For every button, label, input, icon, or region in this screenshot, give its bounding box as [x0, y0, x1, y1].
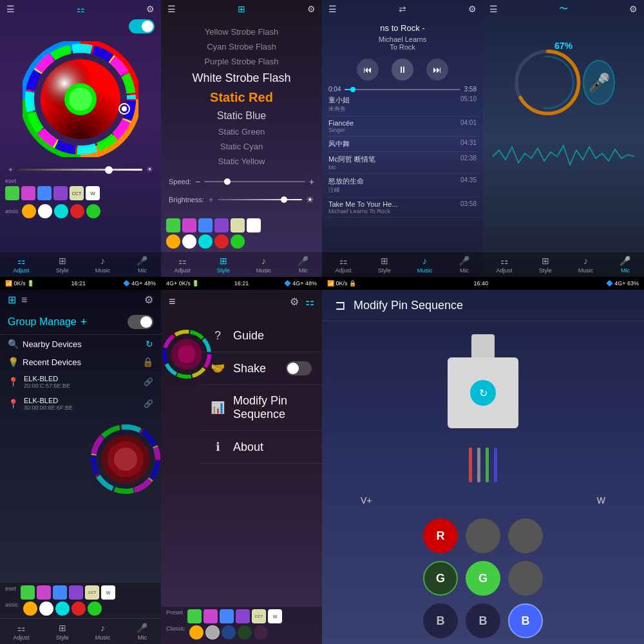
- list-item[interactable]: 童小姐 米寿鱼 05:10: [327, 93, 478, 117]
- brightness-slider-2[interactable]: [218, 199, 302, 200]
- add-group-button[interactable]: +: [80, 316, 88, 329]
- swatch-purple[interactable]: [21, 186, 35, 200]
- swatch-b-purple[interactable]: [182, 218, 196, 232]
- menu-about[interactable]: ℹ About: [200, 431, 322, 464]
- dot-white[interactable]: [38, 204, 52, 218]
- swatch-violet[interactable]: [53, 186, 68, 200]
- swatch-5-violet[interactable]: [69, 585, 83, 600]
- pin-G-active[interactable]: G: [466, 561, 500, 596]
- swatch-5-white[interactable]: W: [101, 585, 115, 600]
- dot-6-darkpurple[interactable]: [254, 625, 268, 639]
- swatch-b-green[interactable]: [166, 218, 180, 232]
- swatch-5-purple[interactable]: [37, 585, 51, 600]
- equalizer-icon[interactable]: ⚏: [77, 4, 85, 14]
- settings-icon-3[interactable]: ⚙: [468, 4, 477, 14]
- menu-icon-2[interactable]: ☰: [167, 4, 176, 14]
- dot-5-cyan[interactable]: [55, 601, 70, 616]
- pin-B-2[interactable]: B: [466, 603, 500, 638]
- next-btn[interactable]: ⏭: [426, 59, 448, 80]
- swatch-b-violet[interactable]: [214, 218, 229, 232]
- pin-empty-3[interactable]: [508, 561, 543, 596]
- dot-cyan[interactable]: [54, 204, 68, 218]
- dot-green[interactable]: [86, 204, 100, 218]
- list-item[interactable]: Take Me To Your He... Michael Learns To …: [327, 198, 478, 218]
- dot-b-white[interactable]: [182, 234, 196, 249]
- nav-adjust-1[interactable]: ⚏ Adjust: [14, 256, 30, 274]
- dot-6-darkgreen[interactable]: [238, 625, 252, 639]
- effect-static-green[interactable]: Static Green: [174, 124, 309, 139]
- nav-music-2[interactable]: ♪ Music: [256, 256, 272, 274]
- nav-adjust-2[interactable]: ⚏ Adjust: [175, 256, 191, 274]
- nav-adjust-5[interactable]: ⚏ Adjust: [14, 623, 30, 641]
- list-item[interactable]: 风中舞 04:31: [327, 137, 478, 152]
- dot-5-orange[interactable]: [23, 601, 37, 616]
- swatch-5-cct[interactable]: CCT: [85, 585, 99, 600]
- dot-b-red[interactable]: [214, 234, 229, 249]
- nav-style-2[interactable]: ⊞ Style: [217, 256, 230, 274]
- shuffle-icon[interactable]: ⇄: [399, 4, 406, 14]
- nav-music-4[interactable]: ♪ Music: [578, 256, 594, 274]
- nav-style-4[interactable]: ⊞ Style: [539, 256, 552, 274]
- menu-icon-4[interactable]: ☰: [489, 4, 498, 14]
- swatch-5-blue[interactable]: [53, 585, 67, 600]
- effect-yellow-strobe[interactable]: Yellow Strobe Flash: [174, 24, 309, 39]
- dot-orange[interactable]: [22, 204, 36, 218]
- swatch-6-purple[interactable]: [204, 609, 218, 623]
- effect-static-yellow[interactable]: Static Yellow: [174, 154, 309, 169]
- swatch-6-white[interactable]: W: [268, 609, 282, 623]
- settings-icon[interactable]: ⚙: [146, 4, 155, 14]
- mic-circle[interactable]: 67% 🎤: [512, 31, 615, 134]
- nav-adjust-4[interactable]: ⚏ Adjust: [497, 256, 513, 274]
- dot-5-green[interactable]: [88, 601, 102, 616]
- dot-6-orange[interactable]: [189, 625, 204, 639]
- pin-empty-1[interactable]: [466, 518, 500, 553]
- nav-style-5[interactable]: ⊞ Style: [56, 623, 69, 641]
- menu-icon[interactable]: ☰: [6, 4, 15, 14]
- prev-btn[interactable]: ⏮: [357, 59, 379, 80]
- list-item[interactable]: Fiancée Singer 04:01: [327, 117, 478, 137]
- grid-icon-2[interactable]: ⊞: [238, 4, 245, 14]
- nav-mic-4[interactable]: 🎤 Mic: [620, 256, 630, 274]
- settings-icon-5[interactable]: ⊞: [8, 294, 16, 306]
- swatch-6-violet[interactable]: [236, 609, 250, 623]
- group-toggle[interactable]: [128, 315, 153, 329]
- nav-mic-2[interactable]: 🎤 Mic: [298, 256, 308, 274]
- pin-empty-2[interactable]: [508, 518, 543, 553]
- menu-pin-sequence[interactable]: 📊 Modify PinSequence: [200, 385, 322, 431]
- progress-track[interactable]: [345, 89, 460, 90]
- effect-white-strobe[interactable]: White Strobe Flash: [174, 69, 309, 88]
- list-item[interactable]: 怒放的生命 汪峰 04:35: [327, 174, 478, 198]
- refresh-icon[interactable]: ↻: [146, 339, 153, 349]
- color-wheel-svg[interactable]: [23, 41, 138, 157]
- dot-b-cyan[interactable]: [198, 234, 213, 249]
- device-item-0[interactable]: 📍 ELK-BLED 20:00:C:57:6E:BE 🔗: [0, 371, 161, 393]
- speed-minus[interactable]: −: [195, 176, 200, 187]
- effect-static-blue[interactable]: Static Blue: [174, 108, 309, 124]
- power-toggle[interactable]: [129, 19, 155, 33]
- swatch-blue[interactable]: [37, 186, 52, 200]
- effect-static-red[interactable]: Static Red: [174, 88, 309, 108]
- swatch-5-green[interactable]: [21, 585, 35, 600]
- nav-mic-1[interactable]: 🎤 Mic: [137, 256, 147, 274]
- device-item-1[interactable]: 📍 ELK-BLED 30:00:00:6E:6F:BE 🔗: [0, 393, 161, 415]
- mic-icon[interactable]: 🎤: [583, 60, 615, 105]
- gear-icon-5[interactable]: ⚙: [144, 294, 153, 306]
- back-icon-7[interactable]: ⊐: [335, 298, 346, 313]
- swatch-6-cct[interactable]: CCT: [252, 609, 266, 623]
- shake-toggle[interactable]: [286, 361, 312, 375]
- wave-icon-4[interactable]: 〜: [559, 3, 568, 15]
- dot-b-orange[interactable]: [166, 234, 180, 249]
- menu-icon-3[interactable]: ☰: [328, 4, 337, 14]
- swatch-6-blue[interactable]: [220, 609, 234, 623]
- nav-music-1[interactable]: ♪ Music: [95, 256, 111, 274]
- nav-style-3[interactable]: ⊞ Style: [378, 256, 391, 274]
- color-wheel-area[interactable]: [0, 35, 161, 164]
- dot-red[interactable]: [70, 204, 84, 218]
- speed-plus[interactable]: +: [309, 176, 314, 187]
- pause-btn[interactable]: ⏸: [392, 59, 413, 80]
- nav-style-1[interactable]: ⊞ Style: [56, 256, 69, 274]
- swatch-b-blue[interactable]: [198, 218, 213, 232]
- nav-music-5[interactable]: ♪ Music: [95, 623, 111, 641]
- pin-B-active[interactable]: B: [508, 603, 543, 638]
- settings-icon-4[interactable]: ⚙: [629, 4, 638, 14]
